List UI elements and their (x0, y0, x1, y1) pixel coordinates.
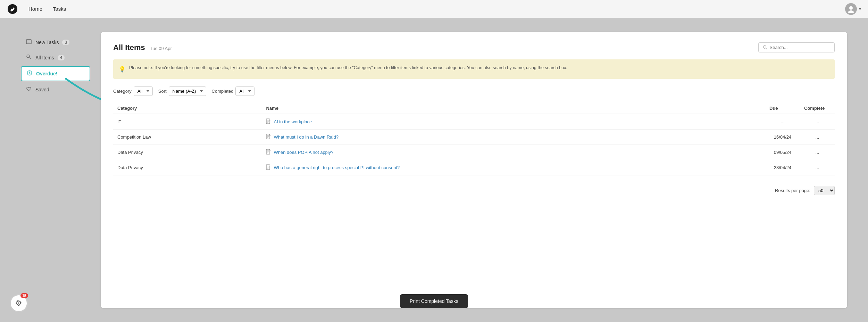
content-date: Tue 09 Apr (150, 46, 172, 51)
doc-icon (266, 149, 271, 156)
sort-filter-group: Sort Name (A-Z) (158, 86, 206, 96)
sidebar: New Tasks 3 All Items 4 Overdue! Saved (21, 32, 90, 308)
sidebar-item-saved-label: Saved (35, 87, 49, 92)
bottom-bar: Print Completed Tasks (400, 294, 468, 308)
results-per-page-label: Results per page: (775, 188, 810, 193)
svg-line-11 (30, 73, 31, 74)
content-footer: Results per page: 50 10 25 100 (113, 186, 835, 195)
page-title: All Items (113, 43, 145, 52)
print-completed-tasks-button[interactable]: Print Completed Tasks (400, 294, 468, 308)
table-row: Data Privacy Who has a general right to … (113, 160, 835, 175)
sidebar-item-overdue-label: Overdue! (36, 71, 57, 76)
svg-point-7 (27, 55, 30, 58)
sort-filter-select[interactable]: Name (A-Z) (169, 86, 206, 96)
task-name-link[interactable]: What must I do in a Dawn Raid? (274, 134, 338, 140)
filters-row: Category All Sort Name (A-Z) Completed A… (113, 86, 835, 96)
svg-point-2 (849, 6, 853, 10)
sort-filter-label: Sort (158, 89, 167, 94)
category-filter-select[interactable]: All (134, 86, 153, 96)
doc-icon (266, 134, 271, 140)
sidebar-item-all-items-label: All Items (35, 55, 54, 60)
table-row: Competition Law What must I do in a Dawn… (113, 129, 835, 145)
task-name-cell: When does POPIA not apply? (262, 145, 765, 160)
sidebar-all-items-badge: 4 (58, 55, 65, 60)
task-complete: ... (800, 145, 835, 160)
th-name: Name (262, 103, 765, 114)
task-due: 23/04/24 (765, 160, 800, 175)
th-due: Due (765, 103, 800, 114)
sidebar-item-all-items[interactable]: All Items 4 (21, 51, 90, 65)
task-category: Data Privacy (113, 160, 262, 175)
svg-point-3 (848, 10, 854, 13)
task-name-cell: What must I do in a Dawn Raid? (262, 129, 765, 145)
task-name-link[interactable]: Who has a general right to process speci… (274, 165, 400, 170)
top-navigation: Home Tasks ▾ (0, 0, 868, 18)
th-category: Category (113, 103, 262, 114)
svg-point-1 (11, 8, 13, 9)
sidebar-item-new-tasks-label: New Tasks (35, 40, 59, 45)
svg-rect-4 (26, 40, 31, 44)
content-area: All Items Tue 09 Apr 💡 Please note: If y… (101, 32, 847, 308)
task-due: 16/04/24 (765, 129, 800, 145)
task-due: ... (765, 114, 800, 130)
task-name-cell: Who has a general right to process speci… (262, 160, 765, 175)
user-dropdown-arrow[interactable]: ▾ (859, 7, 861, 11)
task-category: Data Privacy (113, 145, 262, 160)
svg-line-8 (30, 58, 31, 59)
per-page-select[interactable]: 50 10 25 100 (814, 186, 835, 195)
tasks-table: Category Name Due Complete IT AI in the … (113, 103, 835, 175)
doc-icon (266, 164, 271, 171)
doc-icon (266, 118, 271, 125)
overdue-icon (26, 70, 33, 77)
notification-wheel[interactable]: 15 ⚙ (10, 294, 28, 312)
content-header: All Items Tue 09 Apr (113, 42, 835, 52)
task-name-cell: AI in the workplace (262, 114, 765, 130)
task-complete: ... (800, 129, 835, 145)
main-container: New Tasks 3 All Items 4 Overdue! Saved (0, 18, 868, 322)
svg-point-13 (763, 46, 766, 48)
sidebar-item-overdue[interactable]: Overdue! (21, 66, 90, 81)
search-input[interactable] (770, 45, 831, 50)
task-category: IT (113, 114, 262, 130)
sidebar-new-tasks-badge: 3 (62, 40, 69, 45)
completed-filter-label: Completed (212, 89, 234, 94)
all-items-icon (26, 54, 32, 61)
task-name-link[interactable]: When does POPIA not apply? (274, 150, 333, 155)
table-row: Data Privacy When does POPIA not apply? … (113, 145, 835, 160)
sidebar-item-saved[interactable]: Saved (21, 83, 90, 97)
search-icon (763, 45, 768, 50)
new-tasks-icon (26, 39, 32, 46)
info-banner: 💡 Please note: If you're looking for som… (113, 59, 835, 79)
notification-badge-container: 15 ⚙ (10, 294, 28, 312)
svg-line-14 (766, 48, 767, 49)
task-complete: ... (800, 114, 835, 130)
task-complete: ... (800, 160, 835, 175)
wheel-icon: ⚙ (14, 298, 24, 309)
task-name-link[interactable]: AI in the workplace (274, 119, 312, 124)
info-banner-text: Please note: If you're looking for somet… (129, 64, 567, 71)
category-filter-label: Category (113, 89, 132, 94)
task-due: 09/05/24 (765, 145, 800, 160)
info-icon: 💡 (119, 65, 126, 74)
table-row: IT AI in the workplace ... ... (113, 114, 835, 130)
tasks-nav-link[interactable]: Tasks (53, 6, 66, 12)
saved-icon (26, 86, 32, 93)
notification-count: 15 (20, 293, 28, 298)
user-avatar[interactable] (845, 3, 857, 15)
sidebar-item-new-tasks[interactable]: New Tasks 3 (21, 35, 90, 49)
completed-filter-group: Completed All (212, 86, 255, 96)
category-filter-group: Category All (113, 86, 153, 96)
home-nav-link[interactable]: Home (28, 6, 42, 12)
app-logo[interactable] (7, 3, 18, 15)
th-complete: Complete (800, 103, 835, 114)
task-category: Competition Law (113, 129, 262, 145)
completed-filter-select[interactable]: All (235, 86, 254, 96)
search-container (758, 42, 835, 52)
